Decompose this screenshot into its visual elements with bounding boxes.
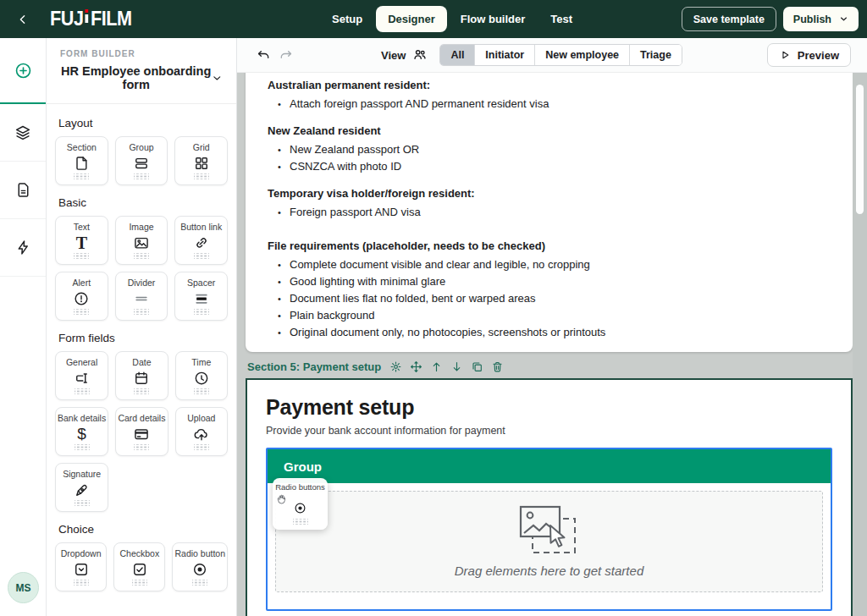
- view-label: View: [381, 49, 406, 62]
- section-move-button[interactable]: [409, 360, 423, 374]
- undo-icon: [256, 47, 272, 63]
- scrollbar-thumb[interactable]: [856, 85, 864, 214]
- rail-item-document[interactable]: [0, 162, 46, 219]
- drag-dots: [75, 388, 90, 394]
- save-template-button[interactable]: Save template: [682, 7, 776, 31]
- drop-image-icon: [519, 505, 580, 556]
- section-delete-button[interactable]: [490, 360, 505, 374]
- drag-dots: [134, 253, 149, 259]
- logo-left: FUJ: [50, 8, 83, 30]
- section-duplicate-button[interactable]: [470, 360, 484, 374]
- canvas-scrollbar[interactable]: [853, 73, 867, 616]
- tab-setup[interactable]: Setup: [320, 6, 374, 32]
- doc-bullet: Attach foreign passport AND permanent re…: [268, 96, 831, 113]
- alert-icon: [73, 289, 90, 307]
- topbar-tabs: Setup Designer Flow builder Test: [320, 0, 584, 38]
- logo-right: FILM: [91, 8, 132, 30]
- rail-item-automation[interactable]: [0, 219, 46, 277]
- palette-item-divider[interactable]: Divider: [115, 272, 168, 321]
- tab-flow-builder[interactable]: Flow builder: [449, 6, 538, 32]
- filter-initiator[interactable]: Initiator: [474, 45, 534, 65]
- palette-item-section[interactable]: Section: [55, 136, 108, 185]
- radio-icon: [293, 497, 307, 519]
- tab-test[interactable]: Test: [538, 6, 584, 32]
- rail-item-add[interactable]: [0, 38, 46, 104]
- undo-button[interactable]: [252, 44, 274, 66]
- palette-section-title: Basic: [58, 196, 224, 209]
- palette-section-title: Choice: [58, 523, 224, 536]
- palette-item-time[interactable]: Time: [175, 351, 228, 400]
- sidebar-kicker: FORM BUILDER: [60, 49, 223, 58]
- user-avatar[interactable]: MS: [8, 572, 39, 603]
- section-move-down-button[interactable]: [450, 360, 464, 374]
- drag-dots: [194, 309, 209, 315]
- tab-designer[interactable]: Designer: [376, 6, 447, 32]
- palette-item-text[interactable]: Text T: [55, 216, 108, 265]
- palette-item-image[interactable]: Image: [115, 216, 168, 265]
- drag-dots: [74, 580, 89, 586]
- dropdown-icon: [73, 560, 90, 578]
- dollar-icon: $: [77, 425, 86, 443]
- filter-triage[interactable]: Triage: [629, 45, 682, 65]
- drag-dots: [134, 309, 149, 315]
- section5-panel[interactable]: Payment setup Provide your bank account …: [246, 378, 853, 616]
- palette-item-dropdown[interactable]: Dropdown: [55, 542, 107, 591]
- palette-item-radio-button[interactable]: Radio button: [172, 542, 228, 591]
- dropzone[interactable]: Drag elements here to get started: [275, 491, 823, 592]
- palette-item-general[interactable]: General: [55, 351, 108, 400]
- filter-all[interactable]: All: [440, 45, 474, 65]
- delete-icon: [491, 360, 504, 373]
- drag-dots: [194, 388, 209, 394]
- grab-hand-icon: [276, 492, 287, 508]
- palette-section-title: Form fields: [58, 332, 224, 344]
- section-move-up-button[interactable]: [429, 360, 444, 374]
- filter-new-employee[interactable]: New employee: [534, 45, 629, 65]
- section-settings-button[interactable]: [389, 360, 403, 374]
- doc-group: Australian permanent resident: Attach fo…: [268, 73, 831, 113]
- palette-item-alert[interactable]: Alert: [55, 272, 108, 321]
- input-field-icon: [74, 369, 91, 387]
- redo-button[interactable]: [274, 44, 296, 66]
- logo-i-red-dot: [85, 9, 90, 24]
- section5-breadcrumb: Section 5: Payment setup: [247, 360, 381, 373]
- section-icon: [73, 154, 90, 172]
- form-name: HR Employee onboarding form: [60, 64, 212, 91]
- dragged-item-label: Radio buttons: [275, 482, 325, 492]
- calendar-icon: [133, 369, 150, 387]
- drag-dots: [75, 500, 90, 506]
- palette-item-bank-details[interactable]: Bank details $: [55, 407, 108, 456]
- preview-button[interactable]: Preview: [767, 43, 851, 67]
- palette-group-choice: Dropdown Checkbox Radio button: [55, 542, 228, 591]
- back-button[interactable]: [12, 8, 34, 30]
- cloud-upload-icon: [193, 425, 210, 443]
- group-block[interactable]: Group Drag elements here to get star: [266, 448, 832, 611]
- section5-header: Section 5: Payment setup: [246, 359, 853, 374]
- add-circle-icon: [14, 61, 33, 80]
- section-subtitle: Provide your bank account information fo…: [266, 425, 832, 437]
- doc-group: File requirements (placeholder, needs to…: [268, 221, 831, 341]
- palette-item-grid[interactable]: Grid: [174, 136, 228, 185]
- form-selector[interactable]: HR Employee onboarding form: [60, 64, 223, 91]
- palette-group-form-fields: General Date Time Bank details $: [55, 351, 228, 512]
- document-icon: [14, 181, 32, 199]
- palette-item-signature[interactable]: Signature: [55, 463, 108, 512]
- publish-button[interactable]: Publish: [783, 7, 859, 31]
- doc-heading: File requirements (placeholder, needs to…: [268, 221, 831, 255]
- document-section-card[interactable]: Australian permanent resident: Attach fo…: [246, 73, 853, 352]
- palette-item-checkbox[interactable]: Checkbox: [113, 542, 165, 591]
- palette-item-upload[interactable]: Upload: [175, 407, 228, 456]
- palette-item-spacer[interactable]: Spacer: [174, 272, 228, 321]
- link-icon: [193, 234, 210, 251]
- topbar: FUJFILM Setup Designer Flow builder Test…: [0, 0, 867, 38]
- palette-item-group[interactable]: Group: [115, 136, 168, 185]
- dragged-item-radio-buttons[interactable]: Radio buttons: [273, 478, 328, 530]
- palette-item-date[interactable]: Date: [115, 351, 168, 400]
- drag-dots: [194, 253, 209, 259]
- left-rail: MS: [0, 38, 47, 616]
- palette-item-button-link[interactable]: Button link: [174, 216, 228, 265]
- rail-item-layers[interactable]: [0, 104, 46, 162]
- palette-item-card-details[interactable]: Card details: [115, 407, 168, 456]
- drag-dots: [75, 444, 90, 450]
- drag-dots: [134, 173, 149, 179]
- doc-bullet-list: Foreign passport AND visa: [268, 204, 831, 221]
